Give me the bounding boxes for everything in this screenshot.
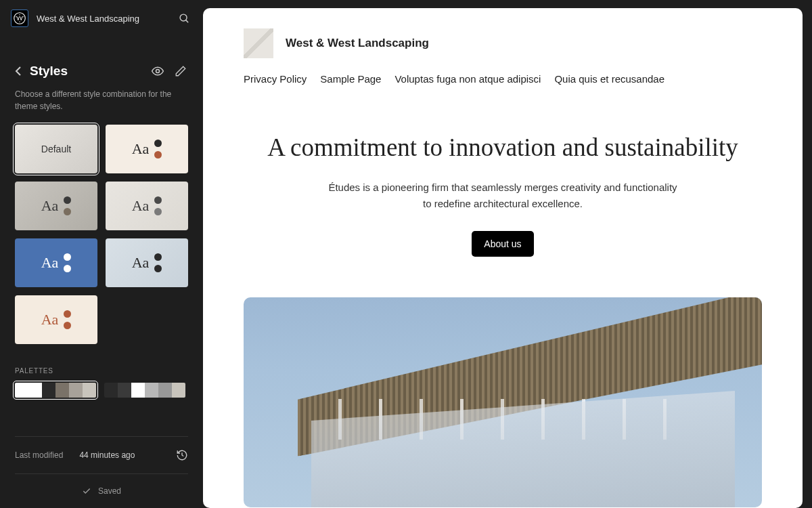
typography-sample: Aa [41, 254, 59, 272]
edit-icon[interactable] [173, 64, 188, 79]
wordpress-logo[interactable] [11, 9, 28, 27]
hero-subtitle[interactable]: Études is a pioneering firm that seamles… [327, 179, 679, 212]
saved-status: Saved [15, 474, 188, 508]
color-dots [154, 140, 162, 158]
style-variation[interactable]: Aa [106, 238, 188, 287]
nav-link[interactable]: Privacy Policy [244, 73, 307, 85]
last-modified-label: Last modified [15, 450, 63, 460]
site-name[interactable]: West & West Landscaping [37, 14, 168, 24]
style-variation[interactable]: Aa [106, 182, 188, 230]
hero-cta-button[interactable]: About us [472, 231, 533, 257]
editor-sidebar: West & West Landscaping Styles Choose a … [0, 0, 203, 508]
svg-point-2 [156, 70, 160, 73]
color-dots [154, 196, 162, 215]
palette-option[interactable] [15, 383, 96, 398]
palettes-row [15, 383, 188, 398]
panel-description: Choose a different style combination for… [0, 88, 203, 125]
saved-label: Saved [98, 486, 121, 496]
typography-sample: Aa [132, 140, 150, 158]
back-icon[interactable] [15, 66, 22, 76]
color-dots [64, 253, 71, 272]
check-icon [82, 486, 91, 496]
typography-sample: Aa [41, 197, 59, 215]
style-variation[interactable]: Aa [15, 182, 97, 230]
typography-sample: Aa [132, 254, 150, 272]
typography-sample: Aa [132, 197, 150, 215]
preview-site-title[interactable]: West & West Landscaping [286, 37, 429, 50]
style-variation-default[interactable]: Default [15, 125, 97, 173]
site-preview[interactable]: West & West Landscaping Privacy Policy S… [203, 8, 803, 508]
style-preview-icon[interactable] [150, 64, 165, 79]
panel-title: Styles [30, 64, 142, 79]
search-icon[interactable] [176, 10, 192, 26]
preview-header: West & West Landscaping [244, 28, 762, 58]
palette-option[interactable] [104, 383, 185, 398]
svg-point-1 [180, 14, 187, 21]
style-variation[interactable]: Aa [15, 238, 97, 287]
palettes-label: PALETTES [15, 367, 188, 375]
preview-navigation: Privacy Policy Sample Page Voluptas fuga… [244, 73, 762, 85]
hero-image[interactable] [244, 297, 762, 507]
style-variation[interactable]: Aa [15, 295, 97, 344]
history-icon[interactable] [176, 449, 188, 461]
nav-link[interactable]: Quia quis et recusandae [554, 73, 664, 85]
typography-sample: Aa [41, 311, 59, 329]
nav-link[interactable]: Sample Page [320, 73, 381, 85]
preview-hero: A commitment to innovation and sustainab… [244, 132, 762, 257]
sidebar-footer: Last modified 44 minutes ago Saved [0, 436, 203, 508]
style-variation-label: Default [41, 144, 71, 154]
site-logo-placeholder[interactable] [244, 28, 273, 58]
styles-header: Styles [0, 37, 203, 88]
color-dots [64, 310, 71, 329]
hero-title[interactable]: A commitment to innovation and sustainab… [244, 132, 762, 163]
color-dots [64, 196, 71, 215]
palettes-section: PALETTES [0, 344, 203, 398]
color-dots [154, 253, 162, 272]
style-variation[interactable]: Aa [106, 125, 188, 173]
last-modified-time: 44 minutes ago [79, 450, 176, 460]
nav-link[interactable]: Voluptas fuga non atque adipisci [394, 73, 541, 85]
preview-canvas: West & West Landscaping Privacy Policy S… [203, 0, 812, 508]
last-modified-row: Last modified 44 minutes ago [15, 436, 188, 474]
style-variations-grid: Default Aa Aa Aa Aa Aa Aa [0, 125, 203, 344]
sidebar-top-bar: West & West Landscaping [0, 0, 203, 37]
